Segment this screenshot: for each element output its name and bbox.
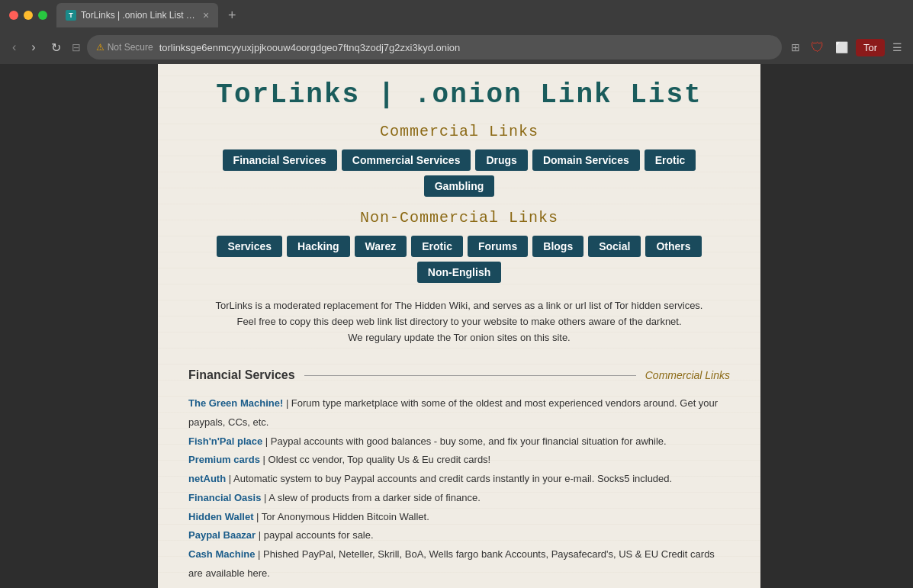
financial-section-title: Financial Services: [188, 368, 295, 382]
cash-machine-link[interactable]: Cash Machine: [188, 548, 255, 560]
refresh-button[interactable]: ↻: [47, 39, 66, 56]
fishpal-desc: | Paypal accounts with good balances - b…: [265, 435, 667, 447]
forums-tag[interactable]: Forums: [468, 236, 528, 257]
premium-cards-link[interactable]: Premium cards: [188, 454, 260, 465]
erotic-nc-tag[interactable]: Erotic: [411, 236, 463, 257]
tab-close-button[interactable]: ×: [203, 9, 209, 21]
blogs-tag[interactable]: Blogs: [532, 236, 583, 257]
services-tag[interactable]: Services: [217, 236, 282, 257]
site-title: TorLinks | .onion Link List: [188, 79, 730, 111]
fishpal-link[interactable]: Fish'n'Pal place: [188, 435, 262, 447]
minimize-traffic-light[interactable]: [24, 11, 33, 20]
commercial-nav-buttons: Financial Services Commercial Services D…: [188, 149, 730, 197]
not-secure-label: Not Secure: [108, 42, 153, 53]
tab-favicon: T: [66, 10, 76, 21]
list-item: Paypal Baazar | paypal accounts for sale…: [188, 526, 730, 545]
cash-machine-desc: | Phished PayPal, Neteller, Skrill, BoA,…: [188, 548, 715, 579]
commercial-links-header: Commercial Links: [188, 123, 730, 140]
social-tag[interactable]: Social: [588, 236, 641, 257]
gambling-tag[interactable]: Gambling: [424, 175, 495, 197]
paypal-baazar-desc: | paypal accounts for sale.: [259, 529, 374, 541]
netauth-link[interactable]: netAuth: [188, 473, 226, 484]
shield-icon[interactable]: 🛡: [808, 37, 828, 59]
divider-line: [304, 375, 636, 376]
hacking-tag[interactable]: Hacking: [287, 236, 349, 257]
financial-section-type: Commercial Links: [645, 369, 730, 381]
domain-services-tag[interactable]: Domain Services: [532, 149, 640, 171]
grid-icon[interactable]: ⊞: [788, 38, 803, 56]
erotic-tag[interactable]: Erotic: [645, 149, 696, 171]
new-tab-button[interactable]: +: [221, 5, 243, 26]
site-description: TorLinks is a moderated replacement for …: [188, 298, 730, 345]
sidebar-background: [0, 64, 158, 588]
tab-bar: T TorLinks | .onion Link List The H × +: [56, 3, 904, 27]
netauth-desc: | Automatic system to buy Paypal account…: [229, 473, 672, 484]
warning-icon: ⚠: [96, 42, 104, 53]
traffic-lights: [9, 11, 47, 20]
list-item: OnionWallet | Anonymous Bitcoin Wallet a…: [188, 583, 730, 588]
forward-button[interactable]: ›: [27, 39, 40, 56]
financial-oasis-link[interactable]: Financial Oasis: [188, 492, 261, 503]
nav-right-controls: ⊞ 🛡 ⬜ Tor ☰: [788, 37, 905, 59]
hidden-wallet-link[interactable]: Hidden Wallet: [188, 511, 253, 522]
list-item: Premium cards | Oldest cc vendor, Top qu…: [188, 451, 730, 470]
list-item: netAuth | Automatic system to buy Paypal…: [188, 470, 730, 489]
back-button[interactable]: ‹: [8, 39, 21, 56]
active-tab[interactable]: T TorLinks | .onion Link List The H ×: [56, 3, 218, 27]
others-tag[interactable]: Others: [645, 236, 701, 257]
address-text: torlinksge6enmcyyuxjpjkoouw4oorgdgeo7ftn…: [159, 42, 773, 53]
green-machine-link[interactable]: The Green Machine!: [188, 397, 283, 409]
address-bar[interactable]: ⚠ Not Secure torlinksge6enmcyyuxjpjkoouw…: [87, 35, 782, 59]
financial-section-divider: Financial Services Commercial Links: [188, 368, 730, 382]
list-item: Fish'n'Pal place | Paypal accounts with …: [188, 432, 730, 451]
warez-tag[interactable]: Warez: [355, 236, 407, 257]
non-english-tag[interactable]: Non-English: [417, 262, 501, 283]
tab-title: TorLinks | .onion Link List The H: [81, 10, 195, 21]
financial-link-list: The Green Machine! | Forum type marketpl…: [188, 394, 730, 588]
list-item: The Green Machine! | Forum type marketpl…: [188, 394, 730, 432]
tor-button[interactable]: Tor: [856, 39, 885, 56]
premium-cards-desc: | Oldest cc vendor, Top quality Us & Eu …: [263, 454, 491, 465]
commercial-services-tag[interactable]: Commercial Services: [342, 149, 471, 171]
hidden-wallet-desc: | Tor Anonymous Hidden Bitcoin Wallet.: [256, 511, 429, 522]
financial-services-tag[interactable]: Financial Services: [223, 149, 337, 171]
paypal-baazar-link[interactable]: Paypal Baazar: [188, 529, 256, 541]
description-line-1: TorLinks is a moderated replacement for …: [216, 300, 703, 311]
list-item: Cash Machine | Phished PayPal, Neteller,…: [188, 545, 730, 583]
bookmark-button[interactable]: ⊟: [72, 41, 81, 53]
description-line-2: Feel free to copy this deep web link lis…: [236, 316, 681, 327]
drugs-tag[interactable]: Drugs: [475, 149, 527, 171]
sidebar-toggle-icon[interactable]: ⬜: [832, 38, 851, 56]
maximize-traffic-light[interactable]: [38, 11, 47, 20]
list-item: Hidden Wallet | Tor Anonymous Hidden Bit…: [188, 508, 730, 527]
not-secure-indicator: ⚠ Not Secure: [96, 42, 153, 53]
list-item: Financial Oasis | A slew of products fro…: [188, 489, 730, 508]
nav-bar: ‹ › ↻ ⊟ ⚠ Not Secure torlinksge6enmcyyux…: [0, 31, 913, 64]
close-traffic-light[interactable]: [9, 11, 18, 20]
menu-icon[interactable]: ☰: [889, 38, 905, 56]
financial-oasis-desc: | A slew of products from a darker side …: [264, 492, 481, 503]
non-commercial-links-header: Non-Commercial Links: [188, 209, 730, 227]
description-line-3: We regulary update the Tor onion sites o…: [348, 332, 570, 343]
page-content: TorLinks | .onion Link List Commercial L…: [158, 64, 760, 588]
non-commercial-nav-buttons: Services Hacking Warez Erotic Forums Blo…: [188, 236, 730, 283]
